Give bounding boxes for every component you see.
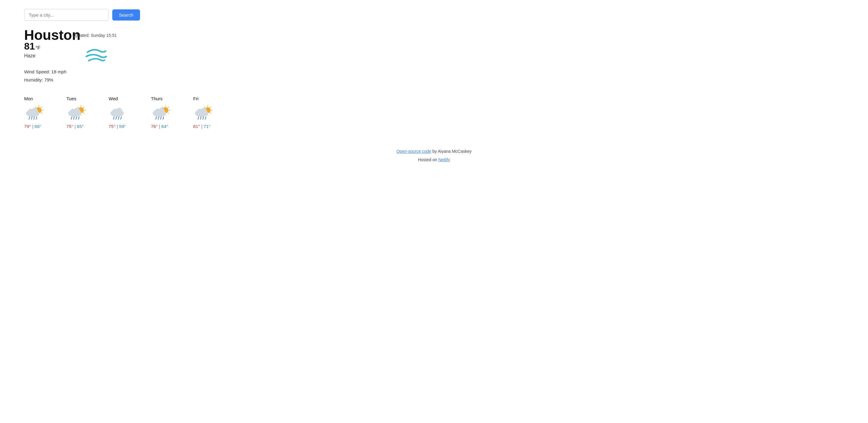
search-row: Search — [24, 9, 844, 21]
open-source-link[interactable]: Open-source code — [396, 149, 431, 154]
forecast-day-label: Thurs — [151, 96, 162, 101]
forecast-day: Mon79°|66° — [24, 96, 51, 129]
svg-line-51 — [156, 117, 156, 119]
weather-icon-wind — [85, 44, 108, 69]
svg-point-50 — [158, 108, 164, 114]
forecast-temp-separator: | — [32, 124, 33, 129]
forecast-weather-icon — [151, 105, 172, 121]
forecast-weather-icon — [66, 105, 88, 121]
svg-line-18 — [83, 113, 84, 114]
forecast-high: 81° — [193, 124, 200, 129]
forecast-high: 75° — [108, 124, 116, 129]
forecast-temps: 79°|66° — [24, 124, 41, 129]
forecast-temp-separator: | — [159, 124, 160, 129]
condition-text: Haze — [24, 53, 66, 59]
forecast-day-label: Tues — [66, 96, 76, 101]
svg-line-8 — [41, 107, 42, 108]
svg-line-63 — [210, 107, 211, 108]
svg-line-28 — [71, 117, 72, 119]
forecast-day: Fri81°|71° — [193, 96, 220, 129]
svg-point-66 — [201, 108, 207, 114]
footer-line2: Hosted on Netlify — [24, 155, 844, 164]
current-weather-section: 81°F Haze Wind Speed: 18 mph Humidity: 7… — [24, 41, 844, 84]
humidity-text: Humidity: 79% — [24, 76, 66, 84]
forecast-day-label: Mon — [24, 96, 33, 101]
footer: Open-source code by Aiyana McCaskey Host… — [24, 147, 844, 164]
forecast-low: 71° — [204, 124, 211, 129]
forecast-day-label: Wed — [108, 96, 118, 101]
footer-line1: Open-source code by Aiyana McCaskey — [24, 147, 844, 155]
forecast-low: 65° — [77, 124, 84, 129]
svg-point-34 — [116, 108, 122, 114]
forecast-high: 76° — [151, 124, 158, 129]
forecast-day: Wed75°|59° — [108, 96, 136, 129]
search-button[interactable]: Search — [112, 9, 140, 21]
wind-speed-text: Wind Speed: 18 mph — [24, 68, 66, 76]
footer-text2: Hosted on — [418, 157, 438, 162]
temp-condition: 81°F Haze Wind Speed: 18 mph Humidity: 7… — [24, 41, 66, 84]
forecast-day-label: Fri — [193, 96, 198, 101]
svg-line-41 — [168, 113, 169, 114]
svg-line-67 — [198, 117, 198, 119]
svg-line-15 — [36, 117, 37, 119]
svg-point-27 — [74, 108, 80, 114]
forecast-day: Tues75°|65° — [66, 96, 94, 129]
svg-line-57 — [210, 113, 211, 114]
forecast-high: 79° — [24, 124, 31, 129]
svg-line-24 — [83, 107, 84, 108]
forecast-weather-icon — [108, 105, 130, 121]
svg-line-12 — [29, 117, 30, 119]
footer-text1: by Aiyana McCaskey — [431, 149, 472, 154]
svg-line-36 — [116, 117, 117, 119]
forecast-temp-separator: | — [117, 124, 118, 129]
forecast-temp-separator: | — [74, 124, 76, 129]
forecast-weather-icon — [193, 105, 214, 121]
svg-line-22 — [78, 107, 79, 108]
svg-line-70 — [205, 117, 206, 119]
svg-line-47 — [168, 107, 169, 108]
svg-line-53 — [161, 117, 161, 119]
netlify-link[interactable]: Netlify — [438, 157, 450, 162]
forecast-low: 64° — [161, 124, 168, 129]
svg-line-37 — [118, 117, 119, 119]
city-search-input[interactable] — [24, 9, 108, 21]
svg-point-11 — [32, 108, 38, 114]
wind-humidity: Wind Speed: 18 mph Humidity: 79% — [24, 68, 66, 84]
svg-line-31 — [79, 117, 79, 119]
forecast-section: Mon79°|66°Tues75°|65°Wed75°|59°Thurs76°|… — [24, 96, 844, 129]
svg-line-2 — [41, 113, 42, 114]
forecast-temps: 81°|71° — [193, 124, 210, 129]
forecast-day: Thurs76°|64° — [151, 96, 178, 129]
svg-line-6 — [35, 107, 36, 108]
temp-unit: °F — [36, 45, 40, 51]
updated-text: Updated: Sunday 15:51 — [72, 33, 844, 38]
svg-line-29 — [74, 117, 74, 119]
forecast-high: 75° — [66, 124, 73, 129]
forecast-temp-separator: | — [201, 124, 203, 129]
svg-line-30 — [76, 117, 77, 119]
svg-line-45 — [162, 107, 163, 108]
forecast-low: 66° — [35, 124, 42, 129]
svg-line-14 — [34, 117, 34, 119]
temperature-display: 81°F — [24, 41, 66, 52]
svg-line-61 — [204, 107, 205, 108]
svg-line-69 — [203, 117, 204, 119]
svg-line-52 — [158, 117, 159, 119]
forecast-temps: 75°|65° — [66, 124, 84, 129]
svg-line-54 — [163, 117, 163, 119]
forecast-temps: 75°|59° — [108, 124, 126, 129]
forecast-temps: 76°|64° — [151, 124, 168, 129]
temp-value: 81 — [24, 41, 35, 52]
svg-line-13 — [31, 117, 32, 119]
forecast-weather-icon — [24, 105, 45, 121]
forecast-low: 59° — [119, 124, 126, 129]
svg-line-35 — [114, 117, 114, 119]
svg-line-38 — [121, 117, 121, 119]
svg-line-68 — [200, 117, 201, 119]
